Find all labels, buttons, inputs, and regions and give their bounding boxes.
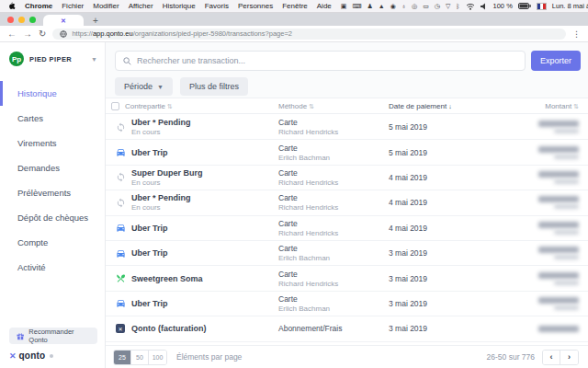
next-page-button[interactable]: › bbox=[560, 351, 578, 364]
time-machine-icon[interactable]: ◷ bbox=[435, 3, 440, 9]
column-amount[interactable]: Montant⇅ bbox=[534, 102, 579, 110]
sidebar-item-label: Activité bbox=[17, 262, 46, 272]
window-minimize-button[interactable] bbox=[18, 17, 25, 23]
menu-item-chrome[interactable]: Chrome bbox=[25, 2, 52, 10]
sidebar-item-virements[interactable]: Virements bbox=[0, 131, 105, 155]
new-tab-button[interactable]: + bbox=[93, 17, 98, 26]
payment-date: 4 mai 2019 bbox=[389, 173, 534, 182]
counterparty-name: Uber Trip bbox=[131, 299, 278, 308]
sort-icon: ⇅ bbox=[167, 103, 173, 109]
menu-item-historique[interactable]: Historique bbox=[163, 2, 196, 10]
method-owner: Erlich Bachman bbox=[278, 305, 389, 313]
column-method[interactable]: Méthode⇅ bbox=[278, 102, 389, 110]
search-icon bbox=[123, 57, 131, 65]
amount-redacted bbox=[534, 146, 579, 159]
period-filter-button[interactable]: Période ▼ bbox=[115, 77, 173, 96]
browser-menu-icon[interactable]: ⋮ bbox=[572, 29, 581, 39]
amount-redacted bbox=[534, 222, 579, 235]
macos-menu-bar: ChromeFichierModifierAfficherHistoriqueF… bbox=[0, 0, 588, 13]
payment-date: 3 mai 2019 bbox=[389, 248, 534, 258]
pagination-range: 26-50 sur 776 bbox=[487, 352, 535, 362]
record-icon[interactable]: ◉ bbox=[390, 3, 396, 9]
more-filters-button[interactable]: Plus de filtres bbox=[180, 77, 248, 96]
menu-bar-clock[interactable]: Lun. 8 mai à 23:04:01 bbox=[552, 2, 588, 10]
counterparty-name: Uber Trip bbox=[131, 248, 278, 258]
menu-item-modifier[interactable]: Modifier bbox=[93, 2, 119, 10]
wifi-icon[interactable] bbox=[466, 3, 475, 10]
globe-icon[interactable]: ♁ bbox=[401, 3, 406, 9]
browser-tab[interactable]: ✕ bbox=[43, 15, 84, 26]
menu-item-favoris[interactable]: Favoris bbox=[205, 2, 229, 10]
display-icon[interactable]: ▭ bbox=[423, 3, 429, 9]
forward-button[interactable]: → bbox=[23, 29, 32, 39]
previous-page-button[interactable]: ‹ bbox=[543, 351, 560, 364]
organization-avatar: Pp bbox=[9, 52, 24, 66]
table-row[interactable]: Uber TripCarteErlich Bachman5 mai 2019 bbox=[106, 140, 588, 165]
recommend-qonto-button[interactable]: Recommander Qonto bbox=[9, 328, 97, 344]
column-counterparty[interactable]: Contrepartie⇅ bbox=[125, 102, 173, 110]
table-row[interactable]: Uber TripCarteRichard Hendricks4 mai 201… bbox=[106, 216, 588, 241]
menu-item-afficher[interactable]: Afficher bbox=[129, 2, 153, 10]
table-row[interactable]: Uber TripCarteErlich Bachman3 mai 2019 bbox=[106, 292, 588, 316]
table-footer: 2550100 Éléments par page 26-50 sur 776 … bbox=[106, 345, 588, 368]
amount-redacted bbox=[534, 171, 579, 184]
table-row[interactable]: Uber TripCarteErlich Bachman3 mai 2019 bbox=[106, 241, 588, 266]
volume-icon[interactable] bbox=[481, 3, 488, 10]
amount-redacted bbox=[534, 247, 579, 259]
menu-item-fichier[interactable]: Fichier bbox=[62, 2, 84, 10]
organization-name: PIED PIPER bbox=[29, 55, 85, 63]
payment-date: 5 mai 2019 bbox=[389, 148, 534, 157]
amount-redacted bbox=[534, 326, 579, 332]
play-icon[interactable]: ▲ bbox=[379, 3, 385, 9]
payment-date: 5 mai 2019 bbox=[389, 122, 534, 132]
screen: ChromeFichierModifierAfficherHistoriqueF… bbox=[0, 0, 588, 368]
sidebar-item-demandes[interactable]: Demandes bbox=[0, 155, 105, 180]
menu-item-personnes[interactable]: Personnes bbox=[238, 2, 273, 10]
qonto-icon: ✕ bbox=[109, 324, 131, 333]
sidebar-item-historique[interactable]: Historique bbox=[0, 81, 105, 106]
select-all-checkbox[interactable] bbox=[111, 102, 119, 110]
method-owner: Richard Hendricks bbox=[278, 203, 389, 212]
column-payment-date[interactable]: Date de paiement↓ bbox=[389, 102, 534, 110]
site-info-icon[interactable] bbox=[60, 30, 67, 38]
menu-item-fenêtre[interactable]: Fenêtre bbox=[282, 2, 308, 10]
export-button[interactable]: Exporter bbox=[531, 51, 581, 71]
sidebar-item-compte[interactable]: Compte bbox=[0, 230, 105, 255]
address-bar[interactable]: https://app.qonto.eu/organizations/pied-… bbox=[52, 29, 566, 40]
page-size-25[interactable]: 25 bbox=[114, 351, 131, 364]
sidebar-item-pr-l-vements[interactable]: Prélèvements bbox=[0, 180, 105, 205]
method-owner: Richard Hendricks bbox=[278, 229, 389, 237]
back-button[interactable]: ← bbox=[7, 29, 17, 39]
menu-item-aide[interactable]: Aide bbox=[317, 2, 332, 10]
sidebar-item-cartes[interactable]: Cartes bbox=[0, 106, 105, 131]
table-row[interactable]: Uber * PendingEn coursCarteRichard Hendr… bbox=[106, 190, 588, 215]
spectacles-icon[interactable]: ◎ bbox=[412, 3, 417, 9]
apple-menu-icon[interactable] bbox=[7, 2, 16, 11]
table-row[interactable]: ✕Qonto (facturation)Abonnement/Frais3 ma… bbox=[106, 316, 588, 341]
sidebar-item-d-p-t-de-ch-ques[interactable]: Dépôt de chèques bbox=[0, 205, 105, 230]
table-row[interactable]: Sweetgreen SomaCarteRichard Hendricks3 m… bbox=[106, 266, 588, 291]
window-zoom-button[interactable] bbox=[29, 17, 36, 23]
sidebar-item-activit-[interactable]: Activité bbox=[0, 255, 105, 280]
search-input[interactable] bbox=[137, 56, 517, 65]
search-box[interactable] bbox=[115, 51, 526, 71]
keyboard-language-flag-icon[interactable] bbox=[537, 3, 547, 10]
airplay-icon[interactable]: ▽ bbox=[446, 3, 450, 9]
sidebar-item-label: Cartes bbox=[17, 113, 43, 123]
organization-switcher[interactable]: Pp PIED PIPER ▼ bbox=[0, 42, 105, 66]
sidebar: Pp PIED PIPER ▼ HistoriqueCartesVirement… bbox=[0, 42, 106, 368]
page-size-100[interactable]: 100 bbox=[149, 351, 166, 364]
window-close-button[interactable] bbox=[7, 17, 14, 23]
table-row[interactable]: Uber * PendingEn coursCarteRichard Hendr… bbox=[106, 115, 588, 140]
app-window-icon[interactable]: ▣ bbox=[341, 3, 347, 9]
method-type: Abonnement/Frais bbox=[278, 324, 389, 333]
page-size-50[interactable]: 50 bbox=[131, 351, 149, 364]
car-icon bbox=[109, 298, 131, 308]
reload-button[interactable]: ↻ bbox=[39, 29, 46, 39]
battery-icon[interactable] bbox=[518, 3, 531, 9]
keyboard-icon[interactable]: ⌨ bbox=[352, 3, 361, 9]
bluetooth-icon[interactable]: ᛒ bbox=[456, 3, 459, 9]
user-icon[interactable]: ♟ bbox=[368, 3, 373, 9]
table-row[interactable]: Super Duper BurgEn coursCarteRichard Hen… bbox=[106, 166, 588, 190]
amount-redacted bbox=[534, 196, 579, 209]
